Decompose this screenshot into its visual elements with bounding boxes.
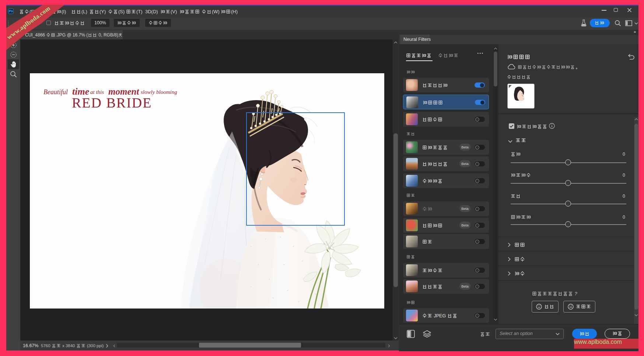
svg-text:Beautiful: Beautiful bbox=[43, 88, 68, 96]
svg-text:RED BRIDE: RED BRIDE bbox=[72, 95, 152, 110]
svg-text:at this: at this bbox=[90, 89, 104, 95]
svg-text:slowly blooming: slowly blooming bbox=[141, 89, 177, 95]
